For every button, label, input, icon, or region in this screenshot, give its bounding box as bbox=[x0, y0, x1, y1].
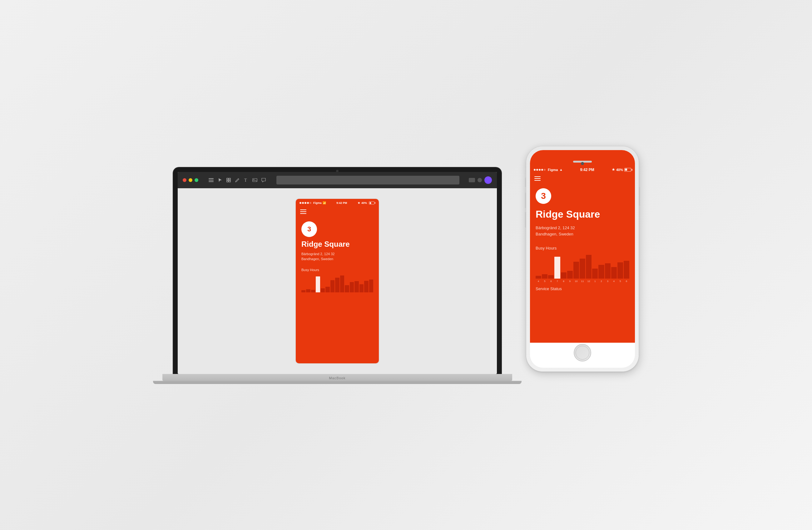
iphone-home-ring bbox=[576, 346, 589, 360]
close-button-dot[interactable] bbox=[183, 178, 186, 182]
iphone-busy-hours: Busy Hours bbox=[530, 241, 635, 283]
bar-6 bbox=[325, 287, 330, 292]
toolbar-frame-icon[interactable] bbox=[225, 177, 232, 183]
iphone-bar-8 bbox=[580, 259, 585, 279]
hamburger-line-3 bbox=[300, 213, 306, 214]
iphone-bar-4 bbox=[554, 257, 560, 279]
chart-label-12: 3 bbox=[605, 280, 611, 283]
chart-label-8: 11 bbox=[580, 280, 585, 283]
iphone: Figma ▲ 9:42 PM ★ 40% bbox=[526, 147, 639, 372]
iphone-route-number: 3 bbox=[541, 191, 546, 201]
iphone-bar-9 bbox=[586, 255, 592, 279]
bar-3 bbox=[311, 290, 315, 292]
browser-user-avatar[interactable] bbox=[484, 176, 492, 184]
hamburger-line-1 bbox=[300, 209, 306, 210]
figma-hamburger-icon[interactable] bbox=[300, 209, 306, 214]
toolbar-text-icon[interactable]: T bbox=[243, 177, 249, 183]
iphone-mute-button bbox=[525, 178, 526, 187]
browser-chrome: T bbox=[178, 172, 497, 188]
chart-label-9: 12 bbox=[586, 280, 592, 283]
figma-battery-icon bbox=[369, 201, 375, 205]
iphone-bluetooth-icon: ★ bbox=[612, 168, 615, 172]
bar-13 bbox=[360, 284, 364, 292]
iphone-bar-3 bbox=[548, 275, 554, 279]
iphone-battery-label: 40% bbox=[616, 168, 623, 172]
iphone-volume-up-button bbox=[525, 193, 526, 208]
chart-label-14: 5 bbox=[618, 280, 623, 283]
iphone-signal-5 bbox=[544, 169, 546, 171]
svg-rect-3 bbox=[227, 178, 228, 180]
chart-label-13: 4 bbox=[611, 280, 617, 283]
hamburger-line-2 bbox=[300, 211, 306, 212]
iphone-service-status-label: Service Status bbox=[536, 287, 629, 291]
iphone-bar-13 bbox=[611, 267, 617, 279]
svg-rect-0 bbox=[208, 178, 214, 179]
figma-time: 9:42 PM bbox=[336, 201, 347, 205]
browser-url-bar[interactable] bbox=[276, 176, 460, 184]
signal-dot-2 bbox=[302, 202, 304, 204]
iphone-app-header: 3 Ridge Square Bärbogränd 2, 124 32 Band… bbox=[530, 183, 635, 241]
iphone-bar-10 bbox=[592, 269, 598, 279]
bar-1 bbox=[301, 290, 305, 292]
svg-rect-5 bbox=[227, 180, 228, 182]
iphone-address-line2: Bandhagen, Sweden bbox=[536, 232, 574, 236]
bar-4 bbox=[316, 276, 320, 292]
chart-label-7: 10 bbox=[574, 280, 579, 283]
figma-route-badge: 3 bbox=[301, 221, 317, 237]
figma-status-bar: Figma 📶 9:42 PM ★ 40% bbox=[296, 199, 379, 207]
iphone-time: 9:42 PM bbox=[580, 168, 594, 172]
svg-rect-6 bbox=[229, 180, 231, 182]
figma-signal-dots bbox=[300, 202, 311, 204]
toolbar-cursor-icon[interactable] bbox=[216, 177, 223, 183]
iphone-bar-1 bbox=[536, 276, 541, 279]
chart-label-10: 1 bbox=[592, 280, 598, 283]
browser-action-play[interactable] bbox=[478, 178, 482, 182]
maximize-button-dot[interactable] bbox=[194, 178, 198, 182]
iphone-bar-6 bbox=[567, 271, 573, 279]
chart-label-4: 7 bbox=[554, 280, 560, 283]
chart-label-5: 8 bbox=[561, 280, 567, 283]
toolbar-comment-icon[interactable] bbox=[260, 177, 267, 183]
iphone-hamburger-icon[interactable] bbox=[534, 176, 541, 181]
browser-right-actions bbox=[469, 176, 492, 184]
chart-label-15: 6 bbox=[624, 280, 629, 283]
bar-12 bbox=[354, 281, 359, 292]
iphone-wifi-icon: ▲ bbox=[559, 168, 563, 171]
iphone-signal-dots bbox=[534, 169, 546, 171]
bar-11 bbox=[350, 282, 354, 292]
signal-dot-5 bbox=[309, 202, 311, 204]
bar-5 bbox=[321, 288, 325, 292]
macbook-screen-outer: T bbox=[173, 168, 501, 374]
iphone-signal-1 bbox=[534, 169, 536, 171]
toolbar-pen-icon[interactable] bbox=[234, 177, 241, 183]
bar-14 bbox=[364, 281, 368, 292]
toolbar-menu-icon[interactable] bbox=[208, 177, 215, 183]
iphone-route-name: Ridge Square bbox=[536, 209, 629, 220]
figma-bar-chart bbox=[301, 274, 373, 292]
iphone-app-container: Figma ▲ 9:42 PM ★ 40% bbox=[530, 150, 635, 368]
figma-app-header: 3 Ridge Square Bärbogränd 2, 124 32 Band… bbox=[296, 217, 379, 265]
signal-dot-4 bbox=[307, 202, 309, 204]
figma-address-line1: Bärbogränd 2, 124 32 bbox=[301, 252, 334, 256]
chart-label-1: 4 bbox=[536, 280, 541, 283]
iphone-home-button[interactable] bbox=[574, 344, 591, 361]
figma-nav-bar bbox=[296, 207, 379, 217]
figma-route-number: 3 bbox=[307, 225, 311, 233]
iphone-body: Figma ▲ 9:42 PM ★ 40% bbox=[526, 147, 639, 372]
iphone-busy-hours-label: Busy Hours bbox=[536, 246, 629, 250]
svg-rect-1 bbox=[208, 180, 214, 180]
iphone-status-left: Figma ▲ bbox=[534, 168, 563, 172]
iphone-service-status: Service Status bbox=[530, 283, 635, 291]
iphone-signal-2 bbox=[536, 169, 538, 171]
iphone-bar-15 bbox=[624, 261, 629, 279]
toolbar-image-icon[interactable] bbox=[251, 177, 258, 183]
iphone-bar-chart bbox=[536, 254, 629, 279]
browser-window-controls bbox=[183, 178, 198, 182]
iphone-power-button bbox=[639, 187, 640, 206]
minimize-button-dot[interactable] bbox=[189, 178, 192, 182]
figma-app-screen: Figma 📶 9:42 PM ★ 40% bbox=[296, 199, 379, 363]
browser-action-share[interactable] bbox=[469, 178, 475, 182]
signal-dot-3 bbox=[304, 202, 306, 204]
iphone-address-line1: Bärbogränd 2, 124 32 bbox=[536, 225, 575, 230]
macbook-foot bbox=[153, 381, 522, 384]
